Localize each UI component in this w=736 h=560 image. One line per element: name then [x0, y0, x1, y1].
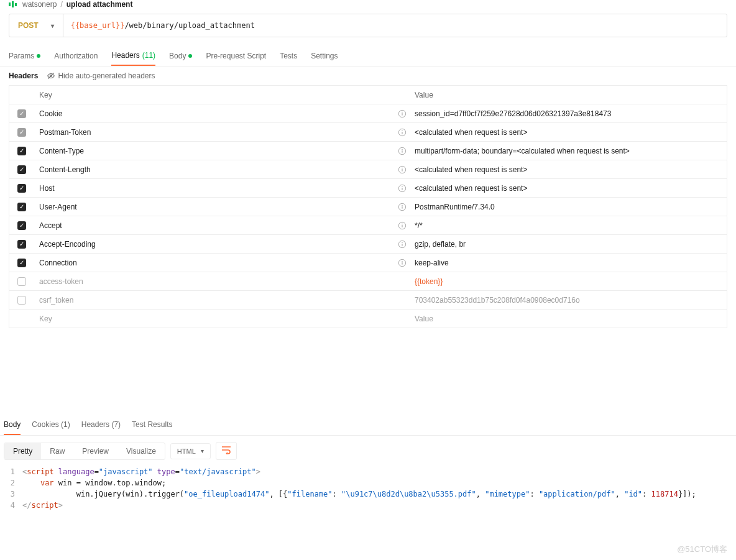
tab-authorization[interactable]: Authorization [54, 46, 98, 66]
checkbox-icon[interactable]: ✓ [17, 184, 26, 193]
header-key[interactable]: User-Agent [34, 199, 395, 215]
checkbox-locked-icon: ✓ [17, 128, 26, 137]
svg-point-6 [402, 111, 402, 112]
table-row[interactable]: ✓Cookiesession_id=d7ff0cf7f259e27628d06d… [9, 104, 727, 122]
table-row[interactable]: access-token{{token}} [9, 272, 727, 290]
header-key[interactable]: Cookie [34, 106, 395, 122]
header-key[interactable]: Connection [34, 255, 395, 271]
table-row[interactable]: ✓Content-Length<calculated when request … [9, 160, 727, 178]
header-value[interactable]: <calculated when request is sent> [410, 180, 727, 196]
table-row[interactable]: ✓Host<calculated when request is sent> [9, 178, 727, 197]
header-key[interactable]: csrf_token [34, 292, 395, 308]
checkbox-icon[interactable] [17, 296, 26, 305]
header-key[interactable]: Postman-Token [34, 124, 395, 140]
svg-rect-7 [402, 113, 402, 116]
view-raw[interactable]: Raw [41, 443, 73, 459]
header-value[interactable]: <calculated when request is sent> [410, 162, 727, 178]
checkbox-icon[interactable]: ✓ [17, 203, 26, 211]
header-value[interactable]: session_id=d7ff0cf7f259e27628d06d0263213… [410, 106, 727, 122]
code-line: 1<script language="javascript" type="tex… [4, 466, 732, 477]
svg-rect-16 [402, 169, 402, 172]
headers-table: Key Value ✓Cookiesession_id=d7ff0cf7f259… [9, 85, 727, 328]
key-input[interactable]: Key [34, 311, 395, 327]
info-icon[interactable] [395, 109, 410, 118]
table-row[interactable]: ✓Content-Typemultipart/form-data; bounda… [9, 141, 727, 160]
header-value[interactable]: PostmanRuntime/7.34.0 [410, 199, 727, 215]
res-tab-headers[interactable]: Headers (7) [81, 415, 121, 435]
checkbox-icon[interactable] [17, 277, 26, 286]
info-icon[interactable] [395, 203, 410, 211]
header-value[interactable]: <calculated when request is sent> [410, 124, 727, 140]
header-value[interactable]: {{token}} [410, 273, 727, 290]
table-row[interactable]: ✓Connectionkeep-alive [9, 253, 727, 272]
table-row[interactable]: ✓Postman-Token<calculated when request i… [9, 122, 727, 141]
svg-rect-13 [402, 150, 402, 153]
chevron-down-icon: ▾ [201, 448, 204, 454]
svg-point-24 [402, 223, 402, 224]
url-path: /web/binary/upload_attachment [124, 21, 255, 30]
header-key[interactable]: Accept [34, 218, 395, 234]
tab-settings[interactable]: Settings [311, 46, 338, 66]
table-row[interactable]: ✓Accept-Encodinggzip, deflate, br [9, 234, 727, 253]
checkbox-icon[interactable]: ✓ [17, 165, 26, 174]
tab-prerequest[interactable]: Pre-request Script [206, 46, 266, 66]
header-key[interactable]: Accept-Encoding [34, 236, 395, 252]
line-number: 1 [4, 466, 15, 477]
svg-rect-2 [15, 3, 17, 6]
res-tab-cookies[interactable]: Cookies (1) [32, 415, 70, 435]
res-tab-test-results[interactable]: Test Results [132, 415, 172, 435]
svg-point-27 [402, 242, 402, 242]
header-key[interactable]: Host [34, 180, 395, 196]
breadcrumb-workspace[interactable]: watsonerp [22, 0, 57, 9]
tab-headers[interactable]: Headers (11) [111, 46, 155, 66]
view-visualize[interactable]: Visualize [117, 443, 165, 459]
header-key[interactable]: Content-Length [34, 162, 395, 178]
svg-point-30 [402, 260, 402, 261]
checkbox-icon[interactable]: ✓ [17, 221, 26, 230]
header-value[interactable]: 703402ab55323dd1b75c208fd0f4a0908ec0d716… [410, 292, 727, 308]
info-icon[interactable] [395, 128, 410, 137]
info-icon[interactable] [395, 240, 410, 249]
wrap-lines-button[interactable] [216, 442, 237, 460]
checkbox-icon[interactable]: ✓ [17, 147, 26, 155]
view-mode-group: Pretty Raw Preview Visualize [4, 443, 165, 460]
table-row[interactable]: csrf_token703402ab55323dd1b75c208fd0f4a0… [9, 290, 727, 309]
view-preview[interactable]: Preview [73, 443, 117, 459]
svg-rect-22 [402, 206, 402, 209]
table-row[interactable]: ✓User-AgentPostmanRuntime/7.34.0 [9, 197, 727, 216]
res-tab-body[interactable]: Body [4, 415, 21, 435]
table-row[interactable]: ✓Accept*/* [9, 216, 727, 234]
info-icon[interactable] [395, 221, 410, 230]
info-icon[interactable] [395, 147, 410, 155]
response-code[interactable]: 1<script language="javascript" type="tex… [0, 466, 736, 523]
view-pretty[interactable]: Pretty [4, 443, 41, 459]
line-number: 2 [4, 477, 15, 489]
value-input[interactable]: Value [410, 311, 727, 327]
header-key[interactable]: Content-Type [34, 143, 395, 159]
header-value[interactable]: */* [410, 218, 727, 234]
col-key: Key [34, 87, 395, 103]
lang-select[interactable]: HTML ▾ [170, 443, 211, 459]
header-key[interactable]: access-token [34, 273, 395, 290]
line-number: 4 [4, 500, 15, 511]
tab-tests[interactable]: Tests [280, 46, 297, 66]
url-input[interactable]: {{base_url}}/web/binary/upload_attachmen… [63, 21, 727, 30]
tab-params[interactable]: Params [9, 46, 40, 66]
svg-rect-0 [9, 2, 11, 6]
hide-autogen-link[interactable]: Hide auto-generated headers [47, 71, 155, 80]
header-value[interactable]: keep-alive [410, 255, 727, 271]
line-number: 3 [4, 489, 15, 500]
svg-rect-19 [402, 188, 402, 190]
headers-subheader: Headers Hide auto-generated headers [0, 67, 736, 85]
active-dot-icon [37, 54, 40, 58]
tab-body[interactable]: Body [169, 46, 192, 66]
checkbox-icon[interactable]: ✓ [17, 240, 26, 249]
info-icon[interactable] [395, 184, 410, 193]
checkbox-icon[interactable]: ✓ [17, 259, 26, 267]
info-icon[interactable] [395, 259, 410, 267]
header-value[interactable]: gzip, deflate, br [410, 236, 727, 252]
header-value[interactable]: multipart/form-data; boundary=<calculate… [410, 143, 727, 159]
table-new-row[interactable]: Key Value [9, 309, 727, 328]
info-icon[interactable] [395, 165, 410, 174]
method-select[interactable]: POST ▾ [9, 14, 63, 37]
